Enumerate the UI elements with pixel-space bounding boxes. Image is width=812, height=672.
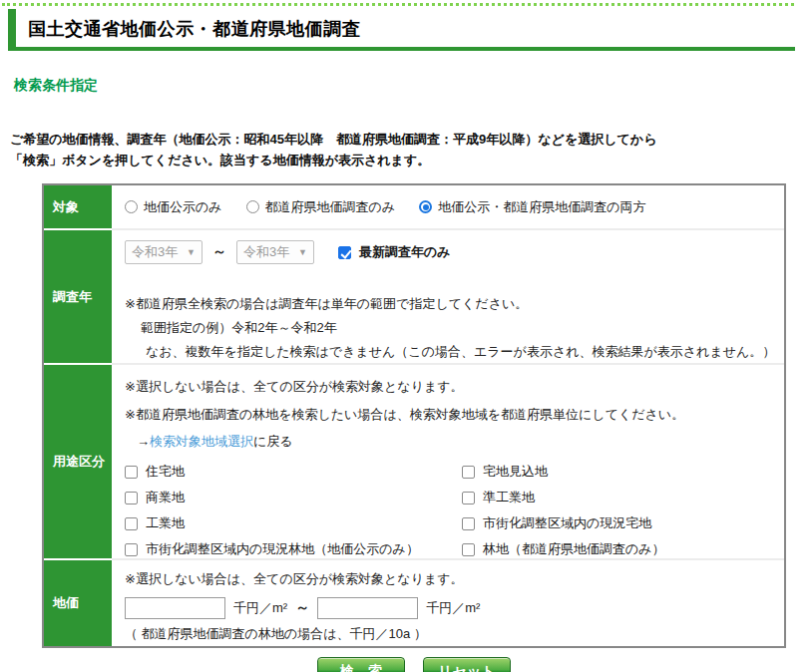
top-dotted-divider xyxy=(2,3,794,6)
use-category-note: ※選択しない場合は、全ての区分が検索対象となります。 xyxy=(125,378,784,396)
checkbox-icon[interactable] xyxy=(462,492,475,504)
price-unit: 千円／m² xyxy=(233,599,287,617)
checkbox-adjustment-forest[interactable]: 市街化調整区域内の現況林地（地価公示のみ） xyxy=(125,540,462,558)
checkbox-industrial[interactable]: 工業地 xyxy=(125,514,462,532)
chevron-down-icon: ▼ xyxy=(187,247,196,257)
checkbox-icon[interactable] xyxy=(462,543,475,556)
row-use-category: 用途区分 ※選択しない場合は、全ての区分が検索対象となります。 ※都道府県地価調… xyxy=(44,365,784,560)
checkbox-label: 市街化調整区域内の現況宅地 xyxy=(483,514,651,532)
page-header: 国土交通省地価公示・都道府県地価調査 xyxy=(8,9,795,51)
intro-line-2: 「検索」ボタンを押してください。該当する地価情報が表示されます。 xyxy=(10,150,812,170)
radio-option-label: 地価公示・都道府県地価調査の両方 xyxy=(438,198,645,216)
checkbox-icon[interactable] xyxy=(125,543,138,556)
min-price-input[interactable] xyxy=(125,597,225,619)
intro-line-1: ご希望の地価情報、調査年（地価公示：昭和45年以降 都道府県地価調査：平成9年以… xyxy=(10,129,812,150)
checkbox-label: 準工業地 xyxy=(483,489,535,506)
checkbox-icon[interactable] xyxy=(125,466,138,479)
checkbox-icon[interactable] xyxy=(462,466,475,479)
radio-option-both[interactable]: 地価公示・都道府県地価調査の両方 xyxy=(419,198,645,216)
survey-year-note: ※都道府県全検索の場合は調査年は単年の範囲で指定してください。 xyxy=(125,295,784,313)
year-from-value: 令和3年 xyxy=(132,243,178,261)
checkbox-column-left: 住宅地 商業地 工業地 市街化調整区域内の現況林地（地価公示のみ） xyxy=(125,463,462,558)
checkbox-label: 商業地 xyxy=(146,489,185,506)
checkbox-icon[interactable] xyxy=(125,492,138,504)
survey-year-note: 範囲指定の例）令和2年～令和2年 xyxy=(125,319,784,337)
row-target: 対象 地価公示のみ 都道府県地価調査のみ 地価公示・都道府県地価調査の両方 xyxy=(44,185,784,230)
checkbox-icon[interactable] xyxy=(462,517,475,530)
latest-year-only-label: 最新調査年のみ xyxy=(359,243,451,261)
latest-year-only-option[interactable]: 最新調査年のみ xyxy=(338,243,451,261)
row-price-content: ※選択しない場合は、全ての区分が検索対象となります。 千円／m² ～ 千円／m²… xyxy=(112,560,784,646)
price-note: ※選択しない場合は、全ての区分が検索対象となります。 xyxy=(125,570,784,588)
checkbox-forest[interactable]: 林地（都道府県地価調査のみ） xyxy=(462,540,665,558)
row-survey-year-label: 調査年 xyxy=(44,230,112,365)
checkbox-label: 住宅地 xyxy=(146,463,185,481)
checkbox-commercial[interactable]: 商業地 xyxy=(125,489,462,506)
row-survey-year: 調査年 令和3年 ▼ ～ 令和3年 ▼ 最新調査年のみ ※都道府県全検索の場合は… xyxy=(44,230,784,365)
section-title: 検索条件指定 xyxy=(14,77,812,95)
max-price-input[interactable] xyxy=(317,597,418,619)
row-use-category-content: ※選択しない場合は、全ての区分が検索対象となります。 ※都道府県地価調査の林地を… xyxy=(112,365,784,560)
row-target-content: 地価公示のみ 都道府県地価調査のみ 地価公示・都道府県地価調査の両方 xyxy=(112,185,784,230)
row-use-category-label: 用途区分 xyxy=(44,365,112,560)
search-area-select-link[interactable]: 検索対象地域選択 xyxy=(150,434,253,449)
back-link-suffix: に戻る xyxy=(253,434,293,449)
price-unit: 千円／m² xyxy=(426,599,480,617)
row-target-label: 対象 xyxy=(44,185,112,230)
checkbox-prospective-residential[interactable]: 宅地見込地 xyxy=(462,463,665,481)
radio-option-label: 地価公示のみ xyxy=(144,198,222,216)
year-range-controls: 令和3年 ▼ ～ 令和3年 ▼ 最新調査年のみ xyxy=(125,240,784,264)
search-button[interactable]: 検 索 xyxy=(317,657,405,672)
intro-text: ご希望の地価情報、調査年（地価公示：昭和45年以降 都道府県地価調査：平成9年以… xyxy=(10,129,812,170)
chevron-down-icon: ▼ xyxy=(298,247,307,257)
checkbox-label: 林地（都道府県地価調査のみ） xyxy=(483,540,665,558)
checkbox-checked-icon[interactable] xyxy=(338,246,351,259)
checkbox-semi-industrial[interactable]: 準工業地 xyxy=(462,489,665,506)
row-price-label: 地価 xyxy=(44,560,112,646)
reset-button[interactable]: リセット xyxy=(423,657,511,672)
search-condition-table: 対象 地価公示のみ 都道府県地価調査のみ 地価公示・都道府県地価調査の両方 調査… xyxy=(42,183,786,648)
price-caption: （ 都道府県地価調査の林地の場合は、千円／10a ） xyxy=(125,625,784,643)
arrow-right-icon: → xyxy=(137,434,150,449)
survey-year-note: なお、複数年を指定した検索はできません（この場合、エラーが表示され、検索結果が表… xyxy=(125,343,784,361)
price-range-controls: 千円／m² ～ 千円／m² xyxy=(125,597,784,619)
price-range-separator: ～ xyxy=(295,599,309,617)
row-price: 地価 ※選択しない場合は、全ての区分が検索対象となります。 千円／m² ～ 千円… xyxy=(44,560,784,646)
page-title: 国土交通省地価公示・都道府県地価調査 xyxy=(28,17,795,41)
checkbox-label: 工業地 xyxy=(146,514,185,532)
checkbox-column-right: 宅地見込地 準工業地 市街化調整区域内の現況宅地 林地（都道府県地価調査のみ） xyxy=(462,463,665,558)
checkbox-adjustment-residential[interactable]: 市街化調整区域内の現況宅地 xyxy=(462,514,665,532)
radio-checked-icon[interactable] xyxy=(419,200,432,213)
year-from-select[interactable]: 令和3年 ▼ xyxy=(125,240,203,264)
radio-icon[interactable] xyxy=(246,200,259,213)
year-to-value: 令和3年 xyxy=(243,243,289,261)
checkbox-residential[interactable]: 住宅地 xyxy=(125,463,462,481)
range-separator: ～ xyxy=(212,243,226,261)
use-category-note: ※都道府県地価調査の林地を検索したい場合は、検索対象地域を都道府県単位にしてくだ… xyxy=(125,406,784,424)
radio-option-pref-only[interactable]: 都道府県地価調査のみ xyxy=(246,198,396,216)
back-link-line: →検索対象地域選択に戻る xyxy=(137,433,784,451)
checkbox-icon[interactable] xyxy=(125,517,138,530)
checkbox-label: 宅地見込地 xyxy=(483,463,548,481)
radio-option-koji-only[interactable]: 地価公示のみ xyxy=(125,198,222,216)
button-row: 検 索 リセット xyxy=(42,657,786,672)
row-survey-year-content: 令和3年 ▼ ～ 令和3年 ▼ 最新調査年のみ ※都道府県全検索の場合は調査年は… xyxy=(112,230,784,365)
use-category-checkbox-grid: 住宅地 商業地 工業地 市街化調整区域内の現況林地（地価公示のみ） xyxy=(125,463,784,558)
radio-option-label: 都道府県地価調査のみ xyxy=(265,198,396,216)
radio-icon[interactable] xyxy=(125,200,138,213)
checkbox-label: 市街化調整区域内の現況林地（地価公示のみ） xyxy=(146,540,419,558)
year-to-select[interactable]: 令和3年 ▼ xyxy=(236,240,314,264)
